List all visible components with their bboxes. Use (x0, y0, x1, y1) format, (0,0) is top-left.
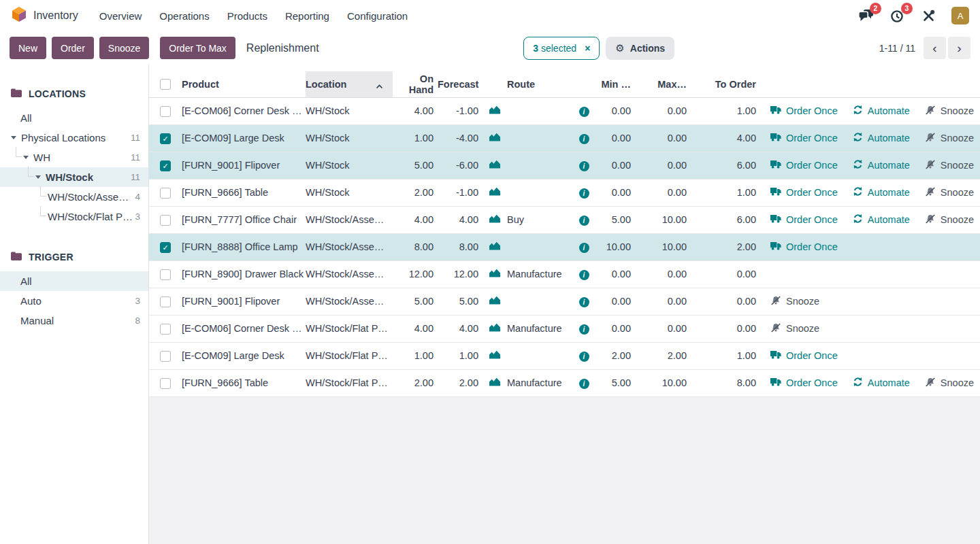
forecast-chart-icon[interactable] (489, 105, 500, 114)
route-cell[interactable]: Buy (507, 206, 574, 233)
forecast-chart-icon[interactable] (489, 323, 500, 332)
route-cell[interactable] (507, 124, 574, 152)
column-header-max[interactable]: Max… (635, 71, 691, 97)
row-checkbox[interactable] (160, 215, 171, 226)
column-header-min[interactable]: Min … (594, 71, 635, 97)
sidebar-filter-item[interactable]: WH/Stock/Asse… 4 (0, 187, 148, 207)
max-qty-cell[interactable]: 10.00 (635, 206, 691, 233)
order-once-button[interactable]: Order Once (770, 214, 838, 225)
on-hand-cell[interactable]: 5.00 (393, 288, 438, 315)
info-icon[interactable]: i (579, 161, 589, 171)
row-checkbox[interactable] (160, 106, 171, 117)
info-icon[interactable]: i (579, 379, 589, 389)
snooze-bell-button[interactable]: Snooze (925, 160, 974, 171)
max-qty-cell[interactable]: 0.00 (635, 179, 691, 206)
product-cell[interactable]: [FURN_8900] Drawer Black (182, 260, 306, 288)
forecast-chart-icon[interactable] (489, 350, 500, 359)
on-hand-cell[interactable]: 12.00 (393, 260, 438, 288)
route-cell[interactable] (507, 342, 574, 369)
order-once-button[interactable]: Order Once (770, 160, 838, 171)
pager-next-button[interactable]: › (948, 37, 970, 59)
activities-clock-icon[interactable]: 3 (889, 7, 905, 24)
snooze-bell-button[interactable]: Snooze (925, 133, 974, 144)
info-icon[interactable]: i (579, 188, 589, 199)
info-icon[interactable]: i (579, 324, 589, 335)
product-cell[interactable]: [E-COM09] Large Desk (182, 342, 306, 369)
new-button[interactable]: New (10, 37, 46, 59)
max-qty-cell[interactable]: 0.00 (635, 124, 691, 152)
column-header-to-order[interactable]: To Order (691, 71, 760, 97)
route-cell[interactable]: Manufacture (507, 260, 574, 288)
automate-button[interactable]: Automate (853, 132, 910, 144)
product-cell[interactable]: [FURN_9666] Table (182, 369, 306, 396)
clear-selection-icon[interactable]: × (585, 43, 590, 54)
max-qty-cell[interactable]: 0.00 (635, 97, 691, 124)
forecast-cell[interactable]: 4.00 (438, 315, 483, 342)
forecast-chart-icon[interactable] (489, 160, 500, 169)
max-qty-cell[interactable]: 10.00 (635, 233, 691, 260)
route-cell[interactable] (507, 179, 574, 206)
row-checkbox[interactable] (160, 324, 171, 335)
info-icon[interactable]: i (579, 243, 589, 253)
row-checkbox[interactable] (160, 269, 171, 280)
forecast-cell[interactable]: -6.00 (438, 152, 483, 179)
location-cell[interactable]: WH/Stock (306, 152, 393, 179)
location-cell[interactable]: WH/Stock/Flat P… (306, 342, 393, 369)
snooze-button[interactable]: Snooze (99, 37, 149, 59)
select-all-checkbox[interactable] (160, 79, 171, 90)
product-cell[interactable]: [FURN_9666] Table (182, 179, 306, 206)
location-cell[interactable]: WH/Stock/Asse… (306, 233, 393, 260)
location-cell[interactable]: WH/Stock/Asse… (306, 206, 393, 233)
info-icon[interactable]: i (579, 134, 589, 144)
snooze-bell-button[interactable]: Snooze (925, 377, 974, 389)
snooze-bell-button[interactable]: Snooze (770, 296, 819, 307)
column-header-product[interactable]: Product (182, 71, 306, 97)
on-hand-cell[interactable]: 1.00 (393, 124, 438, 152)
location-cell[interactable]: WH/Stock/Flat P… (306, 315, 393, 342)
automate-button[interactable]: Automate (853, 186, 910, 199)
location-cell[interactable]: WH/Stock/Asse… (306, 260, 393, 288)
product-cell[interactable]: [FURN_9001] Flipover (182, 152, 306, 179)
order-once-button[interactable]: Order Once (770, 187, 838, 198)
menu-products[interactable]: Products (218, 6, 276, 26)
sidebar-filter-item[interactable]: Auto 3 (0, 291, 148, 311)
to-order-cell[interactable]: 1.00 (691, 97, 760, 124)
order-once-button[interactable]: Order Once (770, 241, 838, 252)
menu-configuration[interactable]: Configuration (338, 6, 416, 26)
user-avatar[interactable]: A (951, 7, 969, 24)
column-header-forecast[interactable]: Forecast (438, 71, 483, 97)
info-icon[interactable]: i (579, 107, 589, 117)
column-header-on-hand[interactable]: On Hand (393, 71, 438, 97)
column-header-route[interactable]: Route (507, 71, 574, 97)
min-qty-cell[interactable]: 0.00 (594, 315, 635, 342)
menu-reporting[interactable]: Reporting (276, 6, 338, 26)
location-cell[interactable]: WH/Stock (306, 179, 393, 206)
min-qty-cell[interactable]: 10.00 (594, 233, 635, 260)
min-qty-cell[interactable]: 5.00 (594, 206, 635, 233)
min-qty-cell[interactable]: 0.00 (594, 288, 635, 315)
forecast-cell[interactable]: -1.00 (438, 97, 483, 124)
info-icon[interactable]: i (579, 216, 589, 226)
location-cell[interactable]: WH/Stock (306, 97, 393, 124)
row-checkbox[interactable] (160, 351, 171, 362)
on-hand-cell[interactable]: 4.00 (393, 206, 438, 233)
sidebar-filter-item[interactable]: All (0, 108, 148, 128)
on-hand-cell[interactable]: 2.00 (393, 369, 438, 396)
forecast-cell[interactable]: 4.00 (438, 206, 483, 233)
route-cell[interactable] (507, 97, 574, 124)
actions-button[interactable]: ⚙ Actions (606, 37, 674, 60)
to-order-cell[interactable]: 8.00 (691, 369, 760, 396)
info-icon[interactable]: i (579, 297, 589, 307)
sidebar-filter-item[interactable]: WH 11 (0, 148, 148, 167)
forecast-cell[interactable]: 8.00 (438, 233, 483, 260)
snooze-bell-button[interactable]: Snooze (925, 214, 974, 226)
sidebar-filter-item[interactable]: Manual 8 (0, 311, 148, 330)
min-qty-cell[interactable]: 0.00 (594, 152, 635, 179)
sidebar-filter-item[interactable]: Physical Locations 11 (0, 128, 148, 148)
automate-button[interactable]: Automate (853, 105, 910, 117)
route-cell[interactable]: Manufacture (507, 315, 574, 342)
max-qty-cell[interactable]: 10.00 (635, 369, 691, 396)
min-qty-cell[interactable]: 0.00 (594, 260, 635, 288)
forecast-cell[interactable]: 1.00 (438, 342, 483, 369)
tools-icon[interactable] (920, 7, 936, 24)
